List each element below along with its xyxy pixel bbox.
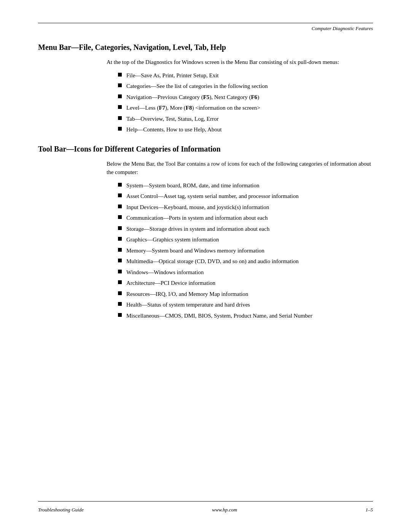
footer-rule bbox=[38, 501, 373, 502]
section1-title: Menu Bar—File, Categories, Navigation, L… bbox=[38, 43, 373, 52]
list-item: Communication—Ports in system and inform… bbox=[118, 214, 373, 222]
list-item-text: Windows—Windows information bbox=[126, 268, 373, 277]
list-item-text: Architecture—PCI Device information bbox=[126, 279, 373, 288]
section1-bullet-list: File—Save As, Print, Printer Setup, Exit… bbox=[118, 71, 373, 134]
footer: Troubleshooting Guide www.hp.com 1–5 bbox=[38, 507, 373, 513]
footer-right: 1–5 bbox=[366, 507, 373, 513]
list-item-text: Navigation—Previous Category (F5), Next … bbox=[126, 93, 373, 102]
list-item: Tab—Overview, Test, Status, Log, Error bbox=[118, 115, 373, 123]
list-item-text: Graphics—Graphics system information bbox=[126, 235, 373, 244]
bullet-icon bbox=[118, 116, 122, 120]
list-item-text: Resources—IRQ, I/O, and Memory Map infor… bbox=[126, 290, 373, 299]
footer-center: www.hp.com bbox=[212, 507, 237, 513]
list-item: System—System board, ROM, date, and time… bbox=[118, 181, 373, 190]
bullet-icon bbox=[118, 215, 122, 219]
bullet-icon bbox=[118, 183, 122, 187]
bullet-icon bbox=[118, 94, 122, 98]
list-item: Graphics—Graphics system information bbox=[118, 235, 373, 244]
list-item-text: Asset Control—Asset tag, system serial n… bbox=[126, 192, 373, 201]
list-item-text: Input Devices—Keyboard, mouse, and joyst… bbox=[126, 203, 373, 212]
header-rule bbox=[38, 23, 373, 23]
list-item: Windows—Windows information bbox=[118, 268, 373, 277]
list-item: Resources—IRQ, I/O, and Memory Map infor… bbox=[118, 290, 373, 299]
list-item: Multimedia—Optical storage (CD, DVD, and… bbox=[118, 257, 373, 266]
list-item: File—Save As, Print, Printer Setup, Exit bbox=[118, 71, 373, 80]
bullet-icon bbox=[118, 248, 122, 252]
list-item-text: Health—Status of system temperature and … bbox=[126, 300, 373, 309]
list-item-text: Tab—Overview, Test, Status, Log, Error bbox=[126, 115, 373, 123]
section2: Tool Bar—Icons for Different Categories … bbox=[38, 145, 373, 320]
bullet-icon bbox=[118, 270, 122, 273]
list-item: Level—Less (F7), More (F8) <information … bbox=[118, 104, 373, 112]
bullet-icon bbox=[118, 259, 122, 262]
list-item: Categories—See the list of categories in… bbox=[118, 82, 373, 91]
section2-title: Tool Bar—Icons for Different Categories … bbox=[38, 145, 373, 153]
bullet-icon bbox=[118, 204, 122, 208]
list-item: Navigation—Previous Category (F5), Next … bbox=[118, 93, 373, 102]
list-item-text: Communication—Ports in system and inform… bbox=[126, 214, 373, 222]
list-item: Health—Status of system temperature and … bbox=[118, 300, 373, 309]
section1-intro: At the top of the Diagnostics for Window… bbox=[107, 58, 373, 67]
list-item-text: Storage—Storage drives in system and inf… bbox=[126, 225, 373, 233]
list-item-text: Categories—See the list of categories in… bbox=[126, 82, 373, 91]
bullet-icon bbox=[118, 105, 122, 109]
list-item: Storage—Storage drives in system and inf… bbox=[118, 225, 373, 233]
list-item: Help—Contents, How to use Help, About bbox=[118, 125, 373, 134]
list-item-text: Level—Less (F7), More (F8) <information … bbox=[126, 104, 373, 112]
bullet-icon bbox=[118, 83, 122, 87]
bullet-icon bbox=[118, 193, 122, 197]
header-label: Computer Diagnostic Features bbox=[38, 26, 373, 32]
section1: Menu Bar—File, Categories, Navigation, L… bbox=[38, 43, 373, 134]
bullet-icon bbox=[118, 237, 122, 241]
list-item-text: System—System board, ROM, date, and time… bbox=[126, 181, 373, 190]
list-item: Memory—System board and Windows memory i… bbox=[118, 246, 373, 255]
list-item: Architecture—PCI Device information bbox=[118, 279, 373, 288]
list-item: Input Devices—Keyboard, mouse, and joyst… bbox=[118, 203, 373, 212]
list-item-text: Multimedia—Optical storage (CD, DVD, and… bbox=[126, 257, 373, 266]
bullet-icon bbox=[118, 291, 122, 295]
list-item-text: Miscellaneous—CMOS, DMI, BIOS, System, P… bbox=[126, 312, 373, 320]
bullet-icon bbox=[118, 302, 122, 306]
list-item-text: File—Save As, Print, Printer Setup, Exit bbox=[126, 71, 373, 80]
bullet-icon bbox=[118, 280, 122, 284]
bullet-icon bbox=[118, 313, 122, 317]
page: Computer Diagnostic Features Menu Bar—Fi… bbox=[0, 0, 411, 532]
list-item-text: Memory—System board and Windows memory i… bbox=[126, 246, 373, 255]
section2-intro: Below the Menu Bar, the Tool Bar contain… bbox=[107, 160, 373, 177]
bullet-icon bbox=[118, 127, 122, 131]
footer-left: Troubleshooting Guide bbox=[38, 507, 84, 513]
section2-bullet-list: System—System board, ROM, date, and time… bbox=[118, 181, 373, 320]
bullet-icon bbox=[118, 73, 122, 77]
bullet-icon bbox=[118, 226, 122, 230]
list-item: Miscellaneous—CMOS, DMI, BIOS, System, P… bbox=[118, 312, 373, 320]
list-item: Asset Control—Asset tag, system serial n… bbox=[118, 192, 373, 201]
list-item-text: Help—Contents, How to use Help, About bbox=[126, 125, 373, 134]
